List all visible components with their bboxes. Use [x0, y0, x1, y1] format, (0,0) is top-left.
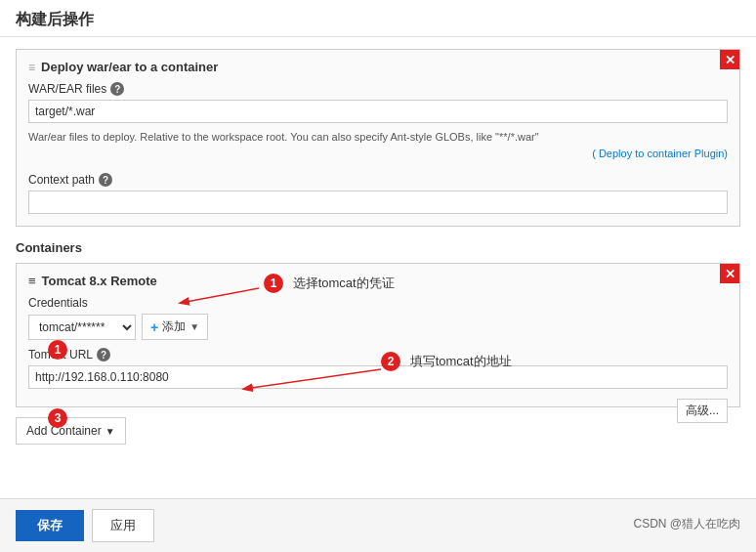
plugin-link[interactable]: ( Deploy to container Plugin) — [592, 148, 728, 159]
deploy-section-title: ≡ Deploy war/ear to a container — [28, 60, 728, 74]
credentials-label: Credentials — [28, 296, 728, 310]
add-container-dropdown-icon: ▼ — [105, 426, 115, 437]
advanced-button[interactable]: 高级... — [677, 399, 728, 423]
annotation-3-circle: 3 — [48, 408, 67, 428]
page-header: 构建后操作 — [0, 0, 756, 37]
war-files-help-icon[interactable]: ? — [110, 82, 124, 96]
annotation-1-circle: 1 — [48, 340, 67, 360]
container-box: ✕ ≡ Tomcat 8.x Remote Credentials 1 tomc… — [16, 263, 740, 407]
dropdown-arrow-icon: ▼ — [189, 321, 199, 332]
container-close-button[interactable]: ✕ — [720, 264, 739, 283]
context-path-input[interactable] — [28, 191, 728, 214]
deploy-section: ✕ ≡ Deploy war/ear to a container WAR/EA… — [16, 49, 740, 227]
save-button[interactable]: 保存 — [16, 510, 84, 541]
context-path-help-icon[interactable]: ? — [99, 173, 112, 187]
tomcat-url-label: Tomcat URL ? — [28, 348, 728, 361]
drag-handle-icon: ≡ — [28, 61, 35, 74]
credentials-row: 1 tomcat/****** + 添加 ▼ — [28, 314, 728, 340]
add-container-button[interactable]: Add Container ▼ — [16, 417, 126, 445]
page-title: 构建后操作 — [16, 10, 740, 30]
container-title: ≡ Tomcat 8.x Remote — [28, 274, 728, 288]
war-files-input[interactable] — [28, 100, 728, 123]
plus-icon: + — [150, 319, 158, 335]
containers-label: Containers — [16, 240, 740, 255]
main-content: ✕ ≡ Deploy war/ear to a container WAR/EA… — [0, 37, 756, 523]
apply-button[interactable]: 应用 — [92, 509, 154, 542]
war-files-label: WAR/EAR files ? — [28, 82, 728, 96]
add-credentials-button[interactable]: + 添加 ▼ — [142, 314, 208, 340]
watermark: CSDN @猎人在吃肉 — [633, 516, 740, 532]
context-path-label: Context path ? — [28, 173, 728, 187]
page-wrapper: 构建后操作 ✕ ≡ Deploy war/ear to a container … — [0, 0, 756, 552]
tomcat-url-input[interactable] — [28, 365, 728, 389]
credentials-select[interactable]: tomcat/****** — [28, 315, 136, 340]
deploy-close-button[interactable]: ✕ — [720, 50, 739, 69]
war-files-hint: War/ear files to deploy. Relative to the… — [28, 127, 728, 163]
tomcat-url-help-icon[interactable]: ? — [97, 348, 110, 361]
container-drag-handle-icon: ≡ — [28, 274, 36, 288]
